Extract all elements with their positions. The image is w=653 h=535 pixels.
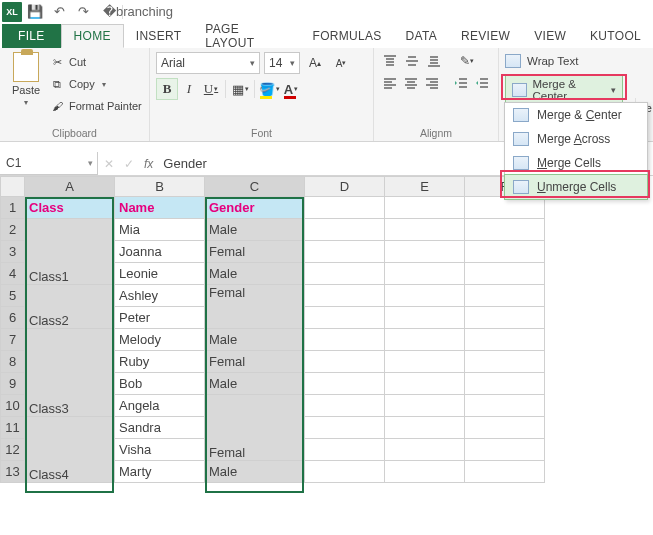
align-center-icon[interactable]: [401, 74, 420, 92]
italic-button[interactable]: I: [178, 78, 200, 100]
row-header[interactable]: 4: [1, 263, 25, 285]
align-top-icon[interactable]: [380, 52, 400, 70]
cell[interactable]: [465, 307, 545, 329]
font-color-button[interactable]: A▾: [280, 78, 302, 100]
col-header-A[interactable]: A: [25, 177, 115, 197]
cell-merged[interactable]: Class1: [25, 219, 115, 285]
cell-merged[interactable]: Class4: [25, 417, 115, 483]
row-header[interactable]: 7: [1, 329, 25, 351]
worksheet-grid[interactable]: A B C D E F 1 Class Name Gender 2 Class1…: [0, 176, 653, 483]
decrease-indent-icon[interactable]: [452, 74, 471, 92]
cell-merged[interactable]: Femal: [205, 285, 305, 329]
cell[interactable]: [305, 197, 385, 219]
cell[interactable]: Peter: [115, 307, 205, 329]
paste-button[interactable]: Paste ▾: [6, 52, 46, 116]
save-icon[interactable]: 💾: [24, 2, 46, 22]
cell[interactable]: Ruby: [115, 351, 205, 373]
cell[interactable]: [385, 219, 465, 241]
tab-kutools[interactable]: KUTOOL: [578, 24, 653, 48]
cell[interactable]: Femal: [205, 241, 305, 263]
align-left-icon[interactable]: [380, 74, 399, 92]
font-name-combo[interactable]: Arial▾: [156, 52, 260, 74]
cell[interactable]: Marty: [115, 461, 205, 483]
row-header[interactable]: 9: [1, 373, 25, 395]
tab-insert[interactable]: INSERT: [124, 24, 194, 48]
cell[interactable]: Sandra: [115, 417, 205, 439]
font-size-combo[interactable]: 14▾: [264, 52, 300, 74]
menu-unmerge-cells[interactable]: Unmerge Cells: [504, 174, 648, 200]
fill-color-button[interactable]: 🪣▾: [258, 78, 280, 100]
orientation-icon[interactable]: ✎▾: [454, 52, 480, 70]
cell[interactable]: [465, 263, 545, 285]
cell[interactable]: [465, 461, 545, 483]
col-header-D[interactable]: D: [305, 177, 385, 197]
tab-review[interactable]: REVIEW: [449, 24, 522, 48]
cell[interactable]: Joanna: [115, 241, 205, 263]
cell[interactable]: Male: [205, 263, 305, 285]
cell[interactable]: [305, 373, 385, 395]
cell[interactable]: [305, 219, 385, 241]
cell[interactable]: Visha: [115, 439, 205, 461]
align-bottom-icon[interactable]: [424, 52, 444, 70]
cell[interactable]: [385, 307, 465, 329]
row-header[interactable]: 13: [1, 461, 25, 483]
row-header[interactable]: 5: [1, 285, 25, 307]
cell[interactable]: [385, 461, 465, 483]
cell[interactable]: Melody: [115, 329, 205, 351]
align-middle-icon[interactable]: [402, 52, 422, 70]
cell[interactable]: [385, 263, 465, 285]
cell[interactable]: Male: [205, 461, 305, 483]
cell[interactable]: [385, 197, 465, 219]
kutools-qat-icon[interactable]: �branching: [127, 2, 149, 22]
format-painter-button[interactable]: 🖌Format Painter: [50, 96, 142, 116]
tab-home[interactable]: HOME: [61, 24, 124, 48]
row-header[interactable]: 6: [1, 307, 25, 329]
col-header-B[interactable]: B: [115, 177, 205, 197]
row-header[interactable]: 8: [1, 351, 25, 373]
cell[interactable]: Male: [205, 219, 305, 241]
cell[interactable]: [465, 351, 545, 373]
row-header[interactable]: 12: [1, 439, 25, 461]
cell[interactable]: [305, 351, 385, 373]
tab-file[interactable]: FILE: [2, 24, 61, 48]
cell[interactable]: Male: [205, 329, 305, 351]
cell[interactable]: [385, 351, 465, 373]
cell[interactable]: [465, 373, 545, 395]
cell[interactable]: Mia: [115, 219, 205, 241]
cell[interactable]: [385, 241, 465, 263]
tab-view[interactable]: VIEW: [522, 24, 578, 48]
cell[interactable]: [465, 241, 545, 263]
cell[interactable]: [305, 395, 385, 417]
underline-button[interactable]: U▾: [200, 78, 222, 100]
cell-merged[interactable]: Class2: [25, 285, 115, 329]
cancel-icon[interactable]: ✕: [104, 157, 114, 171]
cell[interactable]: Gender: [205, 197, 305, 219]
cell[interactable]: Femal: [205, 351, 305, 373]
wrap-text-button[interactable]: Wrap Text: [505, 54, 639, 68]
row-header[interactable]: 2: [1, 219, 25, 241]
cell[interactable]: [385, 285, 465, 307]
enter-icon[interactable]: ✓: [124, 157, 134, 171]
cell[interactable]: [465, 439, 545, 461]
cell[interactable]: [465, 219, 545, 241]
cell[interactable]: [465, 395, 545, 417]
row-header[interactable]: 10: [1, 395, 25, 417]
cell[interactable]: [385, 395, 465, 417]
cell[interactable]: Ashley: [115, 285, 205, 307]
cell[interactable]: [385, 373, 465, 395]
select-all-corner[interactable]: [1, 177, 25, 197]
bold-button[interactable]: B: [156, 78, 178, 100]
align-right-icon[interactable]: [423, 74, 442, 92]
cell[interactable]: [305, 241, 385, 263]
fx-icon[interactable]: fx: [144, 157, 153, 171]
cell[interactable]: [305, 263, 385, 285]
cell[interactable]: [305, 461, 385, 483]
row-header[interactable]: 11: [1, 417, 25, 439]
menu-merge-across[interactable]: Merge Across: [505, 127, 647, 151]
cell[interactable]: Angela: [115, 395, 205, 417]
cell[interactable]: [305, 439, 385, 461]
menu-merge-center[interactable]: Merge & Center: [505, 103, 647, 127]
col-header-E[interactable]: E: [385, 177, 465, 197]
cell[interactable]: [305, 307, 385, 329]
redo-icon[interactable]: ↷: [72, 2, 94, 22]
